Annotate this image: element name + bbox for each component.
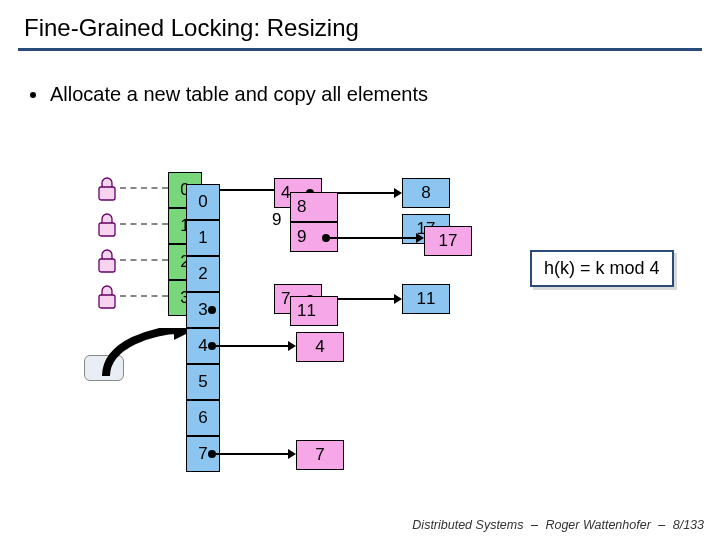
chain-node: 4: [296, 332, 344, 362]
chain-node: 8: [290, 192, 338, 222]
pointer-arrowhead: [394, 188, 402, 198]
svg-rect-0: [99, 187, 115, 200]
lock-icon: [94, 280, 120, 310]
chain-value: 9: [272, 210, 281, 230]
new-bucket-2: 2: [186, 256, 220, 292]
curved-arrow-icon: [96, 328, 196, 402]
pointer-arrowhead: [394, 294, 402, 304]
dash: [120, 295, 168, 297]
svg-rect-2: [99, 259, 115, 272]
footer-author: Roger Wattenhofer: [545, 518, 650, 532]
chain-node: 7: [296, 440, 344, 470]
bullet-row: Allocate a new table and copy all elemen…: [0, 51, 720, 106]
chain-node: 17: [424, 226, 472, 256]
dash: [120, 223, 168, 225]
footer-page: 8/133: [673, 518, 704, 532]
lock-icon: [94, 172, 120, 202]
footer-sep: –: [658, 518, 665, 532]
svg-rect-3: [99, 295, 115, 308]
pointer-line: [216, 453, 288, 455]
dash: [120, 259, 168, 261]
chain-node: 8: [402, 178, 450, 208]
pointer-dot: [208, 306, 216, 314]
new-bucket-6: 6: [186, 400, 220, 436]
pointer-dot: [322, 234, 330, 242]
chain-node: 11: [290, 296, 338, 326]
chain-node: 11: [402, 284, 450, 314]
footer-course: Distributed Systems: [412, 518, 523, 532]
pointer-arrowhead: [288, 449, 296, 459]
new-table: 0 1 2 3 4 5 6 7: [186, 184, 220, 472]
new-bucket-0: 0: [186, 184, 220, 220]
lock-icon: [94, 244, 120, 274]
chain-value: 9: [297, 227, 306, 247]
pointer-dot: [208, 342, 216, 350]
pointer-arrowhead: [416, 233, 424, 243]
pointer-line: [216, 345, 288, 347]
chain-value: 8: [297, 197, 306, 217]
diagram: 0 1 2 3 4 8 8 9 17 9 17 7 11 11 0 1 2 3: [0, 160, 720, 520]
dash: [120, 187, 168, 189]
footer: Distributed Systems – Roger Wattenhofer …: [412, 518, 704, 532]
pointer-line: [330, 237, 416, 239]
footer-sep: –: [531, 518, 538, 532]
hash-formula: h(k) = k mod 4: [530, 250, 674, 287]
page-title: Fine-Grained Locking: Resizing: [0, 0, 720, 48]
svg-rect-1: [99, 223, 115, 236]
new-bucket-1: 1: [186, 220, 220, 256]
pointer-dot: [208, 450, 216, 458]
chain-value: 11: [297, 301, 316, 321]
new-bucket-5: 5: [186, 364, 220, 400]
lock-icon: [94, 208, 120, 238]
bullet-dot: [30, 92, 36, 98]
pointer-arrowhead: [288, 341, 296, 351]
bullet-text: Allocate a new table and copy all elemen…: [50, 83, 428, 106]
locks-column: [94, 172, 120, 310]
